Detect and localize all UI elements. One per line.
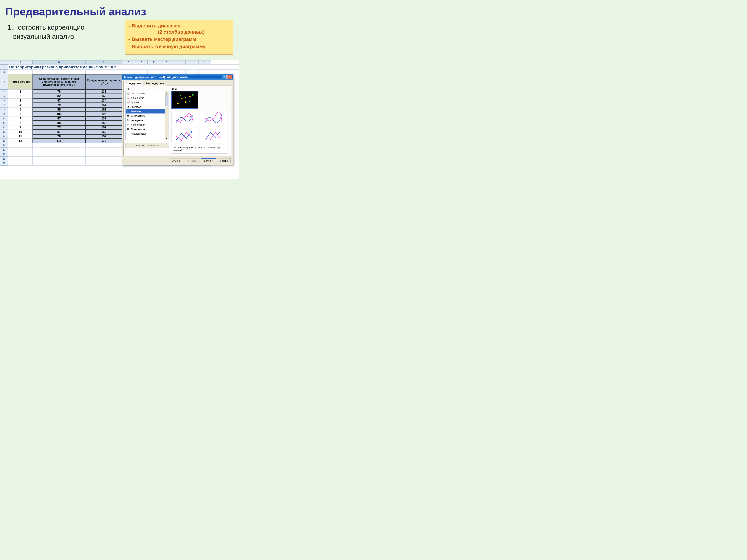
row-header[interactable]: 19 xyxy=(0,157,8,161)
cell-y[interactable]: 154 xyxy=(85,103,122,107)
cell-y[interactable]: 158 xyxy=(85,121,122,125)
row-header[interactable]: 6 xyxy=(0,98,8,103)
row-header[interactable]: 4 xyxy=(0,89,8,94)
cell-region[interactable]: 8 xyxy=(8,121,32,125)
chart-type-item[interactable]: 📊Гистограмма xyxy=(126,91,168,96)
col-header-j[interactable]: J xyxy=(198,60,211,64)
row-header[interactable]: 18 xyxy=(0,152,8,157)
cell-x[interactable]: 78 xyxy=(32,89,85,94)
cell-region[interactable]: 3 xyxy=(8,98,32,103)
sheet-title-cell[interactable]: По территориям региона приводятся данные… xyxy=(8,64,239,70)
subtype-scatter-lines-markers[interactable] xyxy=(171,128,198,143)
cell-x[interactable]: 88 xyxy=(32,121,85,125)
col-header-f[interactable]: F xyxy=(148,60,160,64)
scroll-up[interactable]: ▲ xyxy=(165,91,168,95)
row-header[interactable]: 15 xyxy=(0,139,8,143)
cell-y[interactable]: 162 xyxy=(85,130,122,134)
row-header[interactable]: 20 xyxy=(0,161,8,166)
cell-region[interactable]: 4 xyxy=(8,103,32,107)
cell-y[interactable]: 133 xyxy=(85,89,122,94)
chart-type-item[interactable]: ∴Точечная xyxy=(126,109,168,113)
cell-region[interactable]: 12 xyxy=(8,139,32,143)
chart-type-item[interactable]: ◎Кольцевая xyxy=(126,118,168,123)
cell-region[interactable]: 5 xyxy=(8,107,32,112)
col-header-d[interactable]: D xyxy=(122,60,135,64)
row-header[interactable]: 14 xyxy=(0,134,8,139)
help-button[interactable]: ? xyxy=(222,75,227,79)
cell-y[interactable]: 159 xyxy=(85,134,122,139)
subtype-scatter-smooth[interactable] xyxy=(200,111,227,126)
chart-type-item[interactable]: ✳Лепестковая xyxy=(126,123,168,127)
cell-x[interactable]: 67 xyxy=(32,116,85,121)
row-header[interactable]: 10 xyxy=(0,116,8,121)
table-header-a[interactable]: Номер региона xyxy=(8,74,32,89)
col-header-i[interactable]: I xyxy=(186,60,198,64)
col-header-h[interactable]: H xyxy=(173,60,186,64)
scroll-thumb[interactable] xyxy=(165,95,168,106)
scrollbar[interactable]: ▲ ▼ xyxy=(165,91,168,140)
row-header[interactable]: 8 xyxy=(0,107,8,112)
cell-y[interactable]: 148 xyxy=(85,94,122,98)
cell-y[interactable]: 139 xyxy=(85,116,122,121)
row-header[interactable]: 1 xyxy=(0,64,8,70)
chart-type-item[interactable]: ▦Поверхность xyxy=(126,127,168,131)
cell-y[interactable]: 173 xyxy=(85,139,122,143)
cell-region[interactable]: 1 xyxy=(8,89,32,94)
row-header[interactable]: 16 xyxy=(0,143,8,148)
row-header[interactable]: 13 xyxy=(0,130,8,134)
cell-x[interactable]: 76 xyxy=(32,134,85,139)
cell-y[interactable]: 162 xyxy=(85,107,122,112)
select-all-corner[interactable] xyxy=(0,60,8,64)
row-header[interactable]: 3 xyxy=(0,74,8,89)
tab-standard[interactable]: Стандартные xyxy=(124,81,144,85)
cell-region[interactable]: 2 xyxy=(8,94,32,98)
tab-nonstandard[interactable]: Нестандартные xyxy=(144,81,166,85)
table-header-c[interactable]: Среднедневная зарплата, руб., y xyxy=(85,74,122,89)
row-header[interactable]: 2 xyxy=(0,70,8,74)
preview-result-button[interactable]: Просмотр результата xyxy=(126,143,169,148)
chart-type-item[interactable]: ○Пузырьковая xyxy=(126,131,168,136)
col-header-g[interactable]: G xyxy=(160,60,173,64)
col-header-e[interactable]: E xyxy=(135,60,148,64)
cancel-button[interactable]: Отмена xyxy=(169,158,183,163)
table-header-b[interactable]: Среднедушевой прожиточный минимум в день… xyxy=(32,74,85,89)
cell-region[interactable]: 11 xyxy=(8,134,32,139)
chart-wizard-dialog[interactable]: Мастер диаграмм (шаг 1 из 4): тип диагра… xyxy=(122,74,233,165)
next-button[interactable]: Далее > xyxy=(201,158,216,163)
back-button[interactable]: < Назад xyxy=(185,158,199,163)
chart-type-item[interactable]: 🏔С областями xyxy=(126,113,168,118)
row-header[interactable]: 12 xyxy=(0,125,8,130)
subtype-scatter-markers[interactable] xyxy=(171,91,198,109)
scroll-down[interactable]: ▼ xyxy=(165,137,168,140)
cell-x[interactable]: 115 xyxy=(32,139,85,143)
row-header[interactable]: 7 xyxy=(0,103,8,107)
cell-y[interactable]: 152 xyxy=(85,125,122,130)
row-header[interactable]: 5 xyxy=(0,94,8,98)
cell-y[interactable]: 195 xyxy=(85,112,122,116)
cell-x[interactable]: 82 xyxy=(32,94,85,98)
close-button[interactable]: ✕ xyxy=(227,75,232,79)
col-header-c[interactable]: C xyxy=(85,60,122,64)
col-header-a[interactable]: A xyxy=(8,60,32,64)
subtype-scatter-lines[interactable] xyxy=(200,128,227,143)
cell-x[interactable]: 87 xyxy=(32,98,85,103)
row-header[interactable]: 11 xyxy=(0,121,8,125)
chart-type-item[interactable]: ◔Круговая xyxy=(126,105,168,109)
chart-type-list[interactable]: 📊Гистограмма📊Линейчатая📈График◔Круговая∴… xyxy=(126,91,169,140)
cell-region[interactable]: 9 xyxy=(8,125,32,130)
cell-x[interactable]: 89 xyxy=(32,107,85,112)
finish-button[interactable]: Готово xyxy=(217,158,231,163)
cell-x[interactable]: 87 xyxy=(32,130,85,134)
dialog-titlebar[interactable]: Мастер диаграмм (шаг 1 из 4): тип диагра… xyxy=(122,74,233,80)
row-header[interactable]: 9 xyxy=(0,112,8,116)
cell-region[interactable]: 6 xyxy=(8,112,32,116)
cell-y[interactable]: 134 xyxy=(85,98,122,103)
cell-x[interactable]: 106 xyxy=(32,112,85,116)
chart-type-item[interactable]: 📊Линейчатая xyxy=(126,96,168,100)
col-header-b[interactable]: B xyxy=(32,60,85,64)
cell-region[interactable]: 10 xyxy=(8,130,32,134)
row-header[interactable]: 17 xyxy=(0,148,8,152)
cell-x[interactable]: 79 xyxy=(32,103,85,107)
cell-x[interactable]: 73 xyxy=(32,125,85,130)
chart-type-item[interactable]: 📈График xyxy=(126,100,168,105)
